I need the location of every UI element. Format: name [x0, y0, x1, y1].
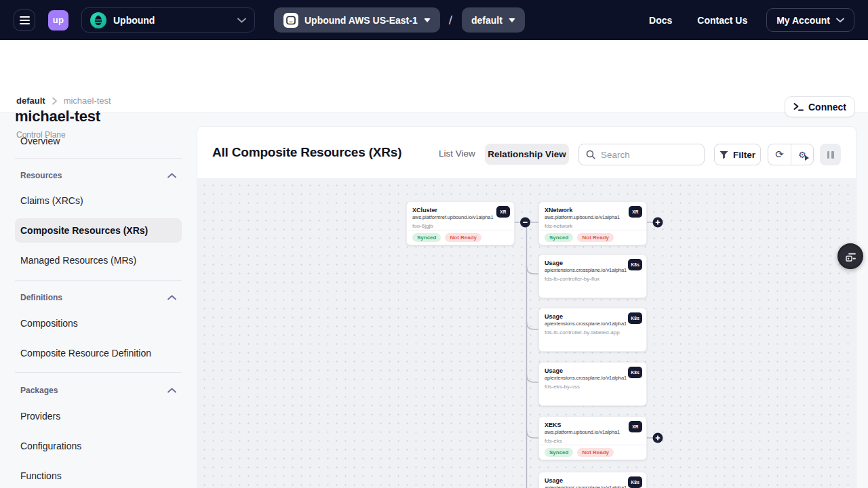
graph-edges — [197, 178, 856, 488]
breadcrumb-parent[interactable]: default — [16, 96, 45, 106]
sidebar-item-managed-resources[interactable]: Managed Resources (MRs) — [15, 251, 182, 270]
expand-node-toggle — [653, 218, 663, 228]
search-icon — [586, 150, 595, 159]
node-name: fds-lb-controller-by-labeled-app — [545, 329, 641, 336]
node-name: fds-lb-controller-by-flux — [545, 276, 641, 283]
list-view-tab[interactable]: List View — [439, 148, 475, 159]
sidebar-item-label: Configurations — [20, 441, 81, 451]
my-account-button[interactable]: My Account — [766, 8, 854, 32]
chevron-up-icon — [167, 173, 176, 178]
node-status-row: Synced Not Ready — [407, 230, 514, 245]
upbound-logo[interactable]: up — [48, 10, 68, 30]
synced-badge: Synced — [545, 233, 573, 242]
relationship-view-tab[interactable]: Relationship View — [485, 144, 569, 165]
sidebar-item-composite-resources[interactable]: Composite Resources (XRs) — [15, 218, 182, 243]
divider — [15, 372, 182, 373]
pause-button[interactable] — [820, 144, 841, 165]
node-kind-badge: K8s — [628, 312, 642, 324]
toolbar: All Composite Resources (XRs) List View … — [197, 127, 856, 178]
sidebar-item-composite-resource-definition[interactable]: Composite Resource Definition — [15, 344, 182, 363]
sidebar-item-label: Managed Resources (MRs) — [20, 255, 136, 266]
divider — [15, 158, 182, 159]
graph-node-usage-flux[interactable]: Usage apiextensions.crossplane.io/v1alph… — [538, 254, 647, 298]
sidebar-item-configurations[interactable]: Configurations — [15, 436, 182, 455]
breadcrumb-separator: / — [449, 13, 452, 28]
sidebar-section-definitions[interactable]: Definitions — [15, 289, 182, 306]
page-title: michael-test — [15, 108, 100, 125]
node-title: XNetwork — [545, 207, 641, 214]
node-api-version: apiextensions.crossplane.io/v1alpha1 — [545, 485, 641, 488]
node-api-version: apiextensions.crossplane.io/v1alpha1 — [545, 375, 641, 381]
synced-badge: Synced — [412, 233, 441, 242]
node-kind-badge: XR — [629, 421, 642, 432]
sidebar-item-providers[interactable]: Providers — [15, 407, 182, 426]
control-plane-selector-dropdown[interactable]: Upbound AWS US-East-1 — [274, 7, 440, 33]
connect-button[interactable]: Connect — [785, 96, 855, 117]
sidebar-item-compositions[interactable]: Compositions — [15, 314, 182, 333]
sidebar-item-label: Compositions — [20, 318, 78, 329]
sidebar-item-claims[interactable]: Claims (XRCs) — [15, 191, 182, 210]
node-name: fds-eks-by-oss — [545, 384, 641, 390]
caret-down-icon — [509, 18, 515, 22]
terminal-icon — [793, 102, 804, 111]
sidebar-item-label: Providers — [20, 411, 60, 422]
sidebar: Overview Resources Claims (XRCs) Composi… — [15, 126, 182, 488]
filter-label: Filter — [733, 150, 755, 160]
contact-us-link[interactable]: Contact Us — [697, 15, 747, 26]
sidebar-item-label: Composite Resource Definition — [20, 348, 151, 359]
relationship-graph-canvas[interactable]: XCluster aws.platformref.upbound.io/v1al… — [197, 178, 856, 488]
node-title: Usage — [545, 477, 641, 485]
filter-button[interactable]: Filter — [714, 144, 761, 165]
sidebar-item-overview[interactable]: Overview — [15, 131, 182, 150]
synced-badge: Synced — [545, 448, 573, 457]
chevron-up-icon — [167, 295, 176, 300]
filter-funnel-icon — [719, 150, 728, 159]
docs-link[interactable]: Docs — [649, 15, 672, 26]
play-icon — [805, 155, 809, 161]
control-plane-icon — [283, 13, 298, 28]
sidebar-section-resources[interactable]: Resources — [15, 167, 182, 184]
auto-run-button[interactable]: ⚙ — [791, 144, 813, 165]
group-selector-label: default — [471, 15, 502, 26]
section-title: Definitions — [20, 293, 62, 302]
graph-node-usage-oss[interactable]: Usage apiextensions.crossplane.io/v1alph… — [538, 362, 647, 406]
node-title: Usage — [545, 313, 641, 321]
sidebar-item-functions[interactable]: Functions — [15, 466, 182, 485]
expand-node-toggle — [653, 433, 663, 443]
graph-node-xcluster[interactable]: XCluster aws.platformref.upbound.io/v1al… — [406, 201, 515, 245]
refresh-button[interactable]: ⟳ — [768, 144, 791, 165]
node-api-version: apiextensions.crossplane.io/v1alpha1 — [545, 321, 641, 327]
control-plane-selector-label: Upbound AWS US-East-1 — [304, 15, 418, 26]
refresh-icon: ⟳ — [775, 150, 784, 160]
node-kind-badge: XR — [629, 206, 642, 218]
graph-node-usage-labeled-app[interactable]: Usage apiextensions.crossplane.io/v1alph… — [538, 308, 647, 352]
pause-icon — [827, 151, 830, 159]
not-ready-badge: Not Ready — [577, 448, 614, 457]
org-selector-dropdown[interactable]: Upbound — [81, 7, 255, 33]
sidebar-section-packages[interactable]: Packages — [15, 382, 182, 399]
section-heading: All Composite Resources (XRs) — [212, 145, 401, 160]
graph-node-xeks[interactable]: XEKS aws.platform.upbound.io/v1alpha1 fd… — [538, 416, 647, 460]
graph-actions-group: ⟳ ⚙ — [768, 144, 814, 165]
node-api-version: aws.platform.upbound.io/v1alpha1 — [545, 214, 641, 220]
node-api-version: apiextensions.crossplane.io/v1alpha1 — [545, 267, 641, 273]
node-title: Usage — [545, 260, 641, 267]
graph-node-xnetwork[interactable]: XNetwork aws.platform.upbound.io/v1alpha… — [538, 201, 647, 245]
main-panel: All Composite Resources (XRs) List View … — [197, 126, 856, 488]
search-input[interactable] — [601, 150, 697, 160]
group-selector-dropdown[interactable]: default — [462, 7, 525, 33]
not-ready-badge: Not Ready — [577, 233, 614, 242]
divider — [15, 280, 182, 281]
my-account-label: My Account — [776, 15, 830, 26]
node-kind-badge: K8s — [628, 367, 642, 378]
legend-toggle-button[interactable] — [837, 243, 863, 269]
sidebar-item-label: Composite Resources (XRs) — [20, 225, 148, 236]
collapse-node-toggle — [520, 218, 530, 228]
node-kind-badge: K8s — [628, 259, 642, 270]
hamburger-menu-button[interactable] — [14, 9, 35, 31]
section-title: Packages — [20, 386, 58, 395]
caret-down-icon — [424, 18, 431, 22]
breadcrumb: default michael-test — [16, 96, 111, 106]
graph-node-usage-clipped[interactable]: Usage apiextensions.crossplane.io/v1alph… — [538, 472, 647, 488]
section-title: Resources — [20, 171, 62, 180]
